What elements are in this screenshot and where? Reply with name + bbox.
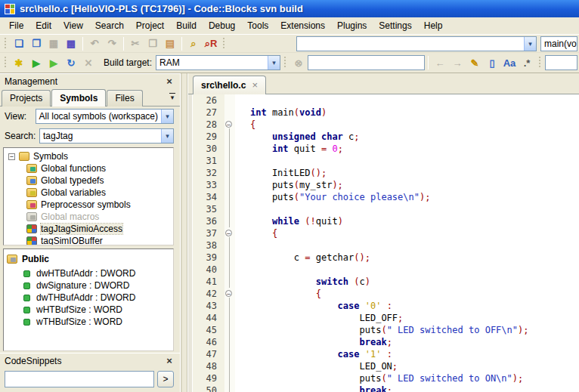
code-text[interactable] xyxy=(235,264,250,276)
code-line[interactable]: 26 xyxy=(188,94,579,106)
code-text[interactable]: int main(void) xyxy=(235,106,327,119)
fold-margin[interactable] xyxy=(224,203,235,215)
code-line[interactable]: 41 switch (c) xyxy=(188,276,579,288)
fold-margin[interactable] xyxy=(224,336,235,348)
menu-help[interactable]: Help xyxy=(418,18,449,33)
open-file-button[interactable]: ❐ xyxy=(28,36,45,51)
code-text[interactable] xyxy=(235,239,250,252)
fold-margin[interactable] xyxy=(224,167,235,179)
chevron-down-icon[interactable]: ▾ xyxy=(524,37,536,51)
code-line[interactable]: 35 xyxy=(188,203,579,215)
fold-margin[interactable] xyxy=(224,215,235,227)
menu-tools[interactable]: Tools xyxy=(241,18,274,33)
toolbar-grip[interactable] xyxy=(4,57,8,69)
code-text[interactable]: break; xyxy=(235,336,392,348)
fold-margin[interactable]: − xyxy=(224,119,235,131)
code-text[interactable]: switch (c) xyxy=(235,276,370,288)
code-text[interactable]: case '0' : xyxy=(235,300,392,312)
code-text[interactable]: puts(" LED switched to ON\n"); xyxy=(235,372,523,384)
new-file-button[interactable]: ❏ xyxy=(11,36,27,51)
fold-margin[interactable] xyxy=(224,155,235,167)
code-text[interactable]: LED_OFF; xyxy=(235,312,403,324)
fold-margin[interactable] xyxy=(224,179,235,191)
fold-marker-icon[interactable]: − xyxy=(225,230,232,236)
panel-splitter[interactable] xyxy=(180,73,187,392)
menu-build[interactable]: Build xyxy=(170,18,203,33)
code-text[interactable]: unsigned char c; xyxy=(235,131,360,143)
code-line[interactable]: 39 c = getchar(); xyxy=(188,252,579,264)
incremental-search-input[interactable] xyxy=(308,55,425,70)
code-text[interactable]: { xyxy=(235,288,321,300)
code-line[interactable]: 34 puts("Your choice please\n"); xyxy=(188,191,579,203)
collapse-icon[interactable]: − xyxy=(8,153,15,160)
fold-margin[interactable] xyxy=(224,360,235,372)
function-combo[interactable]: main(void xyxy=(540,36,577,51)
member-item[interactable]: wTHBufSize : WORD xyxy=(4,316,173,328)
codesnippets-go-button[interactable]: > xyxy=(157,371,174,387)
tree-item-tagsimiobuffer[interactable]: tagSimIOBuffer xyxy=(4,235,173,245)
fold-margin[interactable] xyxy=(224,384,235,392)
menu-plugins[interactable]: Plugins xyxy=(331,18,373,33)
code-text[interactable]: break; xyxy=(235,384,392,392)
code-text[interactable]: LED_ON; xyxy=(235,360,398,372)
code-text[interactable]: puts("Your choice please\n"); xyxy=(235,191,430,203)
toolbar-grip[interactable] xyxy=(4,38,8,50)
scope-combo[interactable]: ▾ xyxy=(296,36,537,51)
menu-search[interactable]: Search xyxy=(89,18,130,33)
code-text[interactable]: case '1' : xyxy=(235,348,392,360)
selected-only-button[interactable]: ▯ xyxy=(484,55,500,70)
chevron-down-icon[interactable]: ▾ xyxy=(161,110,173,123)
build-button[interactable]: ✱ xyxy=(11,55,27,70)
code-line[interactable]: 44 LED_OFF; xyxy=(188,312,579,324)
menu-debug[interactable]: Debug xyxy=(203,18,241,33)
code-line[interactable]: 43 case '0' : xyxy=(188,300,579,312)
run-button[interactable]: ▶ xyxy=(28,55,45,70)
code-line[interactable]: 49 puts(" LED switched to ON\n"); xyxy=(188,372,579,384)
close-icon[interactable]: × xyxy=(163,355,175,366)
code-line[interactable]: 37− { xyxy=(188,227,579,239)
editor-tab-hello-c[interactable]: src\hello.c × xyxy=(193,76,266,94)
code-text[interactable]: int quit = 0; xyxy=(235,143,343,155)
code-text[interactable]: c = getchar(); xyxy=(235,252,370,264)
fold-marker-icon[interactable]: − xyxy=(225,290,232,297)
symbol-search-combo[interactable]: tagJtag ▾ xyxy=(39,128,174,144)
close-icon[interactable]: × xyxy=(163,76,175,87)
code-text[interactable] xyxy=(235,94,250,106)
toolbar-grip[interactable] xyxy=(222,38,226,50)
code-text[interactable] xyxy=(235,203,250,215)
code-text[interactable]: puts(" LED switched to OFF\n"); xyxy=(235,324,528,336)
code-text[interactable]: InitLED(); xyxy=(235,167,327,179)
fold-margin[interactable] xyxy=(224,264,235,276)
tab-projects[interactable]: Projects xyxy=(2,90,51,106)
fold-margin[interactable] xyxy=(224,94,235,106)
tab-symbols[interactable]: Symbols xyxy=(51,89,106,106)
fold-margin[interactable] xyxy=(224,106,235,119)
fold-margin[interactable] xyxy=(224,276,235,288)
menu-extensions[interactable]: Extensions xyxy=(274,18,331,33)
code-text[interactable]: puts(my_str); xyxy=(235,179,343,191)
code-line[interactable]: 38 xyxy=(188,239,579,252)
fold-margin[interactable] xyxy=(224,131,235,143)
tree-item-tagjtagsimioaccess[interactable]: tagJtagSimioAccess xyxy=(4,223,173,235)
highlight-occurrences-button[interactable]: ✎ xyxy=(466,55,483,70)
code-line[interactable]: 36 while (!quit) xyxy=(188,215,579,227)
code-line[interactable]: 40 xyxy=(188,264,579,276)
code-line[interactable]: 29 unsigned char c; xyxy=(188,131,579,143)
find-button[interactable]: ⌕ xyxy=(185,36,202,51)
code-line[interactable]: 27int main(void) xyxy=(188,106,579,119)
member-item[interactable]: dwHTBufAddr : DWORD xyxy=(4,267,173,279)
regex-button[interactable]: .* xyxy=(519,55,535,70)
chevron-down-icon[interactable]: ▾ xyxy=(268,56,280,69)
view-combo[interactable]: All local symbols (workspace) ▾ xyxy=(36,109,174,124)
menu-project[interactable]: Project xyxy=(130,18,170,33)
match-case-button[interactable]: Aa xyxy=(501,55,518,70)
title-bar[interactable]: src\hello.c [HelloVIO-PLS (TC1796)] - Co… xyxy=(0,0,579,17)
code-line[interactable]: 48 LED_ON; xyxy=(188,360,579,372)
save-all-button[interactable]: ▩ xyxy=(63,36,79,51)
code-line[interactable]: 31 xyxy=(188,155,579,167)
code-text[interactable] xyxy=(235,155,250,167)
close-icon[interactable]: × xyxy=(252,79,258,91)
tree-item-symbols[interactable]: −Symbols xyxy=(4,150,173,162)
member-item[interactable]: wHTBufSize : WORD xyxy=(4,304,173,316)
fold-margin[interactable] xyxy=(224,191,235,203)
